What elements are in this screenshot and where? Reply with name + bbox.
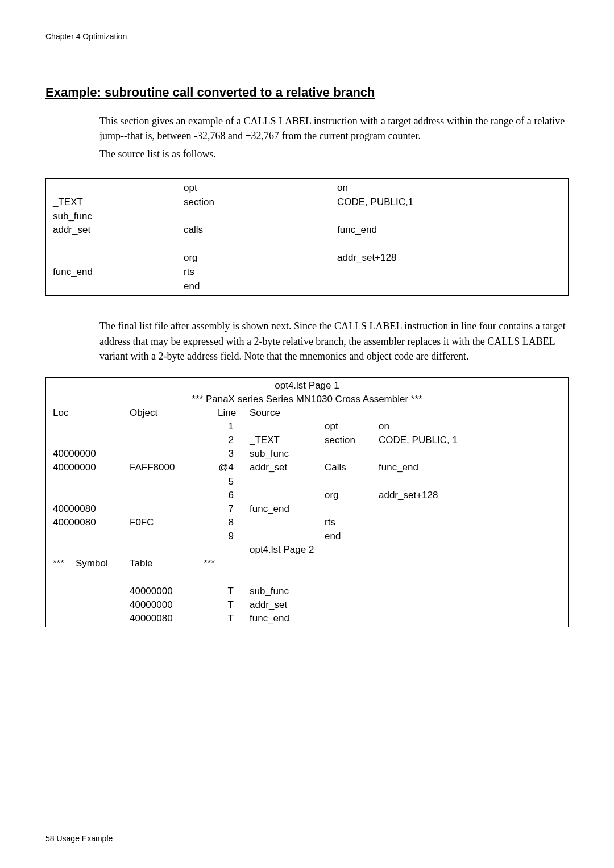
paragraph-3: The final list file after assembly is sh… — [99, 319, 569, 363]
listing-cell — [250, 489, 325, 502]
listing-cell: sub_func — [250, 447, 325, 461]
listing-cell — [379, 529, 561, 543]
listing-cell: 40000080 — [53, 502, 130, 516]
source-cell: func_end — [53, 265, 184, 279]
listing-cell: @4 — [218, 461, 250, 474]
listing-cell: 1 — [218, 420, 250, 433]
output-listing-box: opt4.lst Page 1 *** PanaX series Series … — [45, 377, 569, 627]
listing-cell: T — [218, 585, 250, 598]
listing-cell — [379, 516, 561, 529]
source-row: func_end rts — [53, 265, 561, 279]
listing-cell: 9 — [218, 529, 250, 543]
source-row: addr_set calls func_end — [53, 223, 561, 237]
source-cell — [184, 210, 337, 224]
listing-cell — [53, 433, 130, 447]
source-cell: addr_set — [53, 223, 184, 237]
listing-cell: func_end — [250, 502, 325, 516]
source-cell: CODE, PUBLIC,1 — [337, 195, 561, 210]
listing-cell — [53, 529, 130, 543]
listing-cell: F0FC — [130, 516, 218, 529]
section-heading: Example: subroutine call converted to a … — [45, 85, 569, 100]
listing-cell — [250, 475, 325, 489]
listing-cell: section — [325, 433, 379, 447]
listing-cell — [325, 502, 379, 516]
listing-cell: 40000000 — [130, 598, 218, 612]
listing-cell: _TEXT — [250, 433, 325, 447]
listing-cell: 7 — [218, 502, 250, 516]
listing-cell: rts — [325, 516, 379, 529]
source-cell: opt — [184, 181, 337, 195]
source-row — [53, 237, 561, 252]
source-row: sub_func — [53, 210, 561, 224]
listing-cell — [325, 475, 379, 489]
listing-cell: 40000000 — [53, 461, 130, 474]
source-cell — [337, 265, 561, 279]
listing-cell — [379, 447, 561, 461]
source-cell — [337, 279, 561, 294]
source-cell: on — [337, 181, 561, 195]
page-footer: 58 Usage Example — [45, 834, 113, 843]
listing-cell: 5 — [218, 475, 250, 489]
listing-cell: addr_set+128 — [379, 489, 561, 502]
listing-cell: 8 — [218, 516, 250, 529]
listing-cell: 3 — [218, 447, 250, 461]
listing-cell — [379, 502, 561, 516]
source-row: end — [53, 279, 561, 294]
listing-row: 40000080 F0FC 8 rts — [53, 516, 561, 529]
listing-cell — [250, 516, 325, 529]
listing-cell: func_end — [250, 612, 325, 625]
symbol-stars: *** — [204, 557, 215, 570]
listing-cell: T — [218, 598, 250, 612]
listing-cell — [250, 529, 325, 543]
source-cell: rts — [184, 265, 337, 279]
listing-header: Source — [250, 406, 325, 420]
symbol-table-word: Table — [130, 557, 204, 570]
listing-header: Object — [130, 406, 218, 420]
listing-header-row: Loc Object Line Source — [53, 406, 561, 420]
paragraph-2: The source list is as follows. — [99, 147, 569, 161]
chapter-header: Chapter 4 Optimization — [45, 32, 569, 41]
source-cell: calls — [184, 223, 337, 237]
listing-cell — [130, 489, 218, 502]
source-cell — [337, 237, 561, 252]
symbol-row: 40000080 T func_end — [53, 612, 561, 625]
listing-cell — [130, 529, 218, 543]
listing-cell — [53, 475, 130, 489]
listing-row: 9 end — [53, 529, 561, 543]
symbol-stars: *** — [53, 557, 76, 570]
source-cell — [184, 237, 337, 252]
listing-cell: Calls — [325, 461, 379, 474]
listing-row: 6 org addr_set+128 — [53, 489, 561, 502]
listing-cell: 40000080 — [130, 612, 218, 625]
listing-cell: opt — [325, 420, 379, 433]
source-row: org addr_set+128 — [53, 251, 561, 265]
listing-cell — [53, 420, 130, 433]
listing-row: 40000000 3 sub_func — [53, 447, 561, 461]
symbol-table-header: *** Symbol Table *** — [53, 557, 561, 570]
source-listing-box: opt on _TEXT section CODE, PUBLIC,1 sub_… — [45, 178, 569, 296]
listing-cell: 40000000 — [53, 447, 130, 461]
listing-cell: end — [325, 529, 379, 543]
listing-header: Loc — [53, 406, 130, 420]
source-cell: sub_func — [53, 210, 184, 224]
source-cell: section — [184, 195, 337, 210]
listing-cell: addr_set — [250, 598, 325, 612]
symbol-row: 40000000 T sub_func — [53, 585, 561, 598]
listing-cell — [130, 475, 218, 489]
listing-cell — [53, 612, 130, 625]
listing-cell — [325, 447, 379, 461]
listing-cell — [53, 598, 130, 612]
listing-row: 40000080 7 func_end — [53, 502, 561, 516]
listing-cell: 40000000 — [130, 585, 218, 598]
listing-blank — [53, 570, 561, 584]
listing-cell — [130, 543, 218, 557]
source-row: opt on — [53, 181, 561, 195]
listing-cell — [218, 543, 250, 557]
listing-cell: opt4.lst Page 2 — [250, 543, 325, 557]
listing-title-1: opt4.lst Page 1 — [53, 379, 561, 393]
source-cell — [53, 251, 184, 265]
listing-row: 40000000 FAFF8000 @4 addr_set Calls func… — [53, 461, 561, 474]
listing-cell: FAFF8000 — [130, 461, 218, 474]
symbol-word: Symbol — [76, 557, 130, 570]
source-cell — [53, 237, 184, 252]
